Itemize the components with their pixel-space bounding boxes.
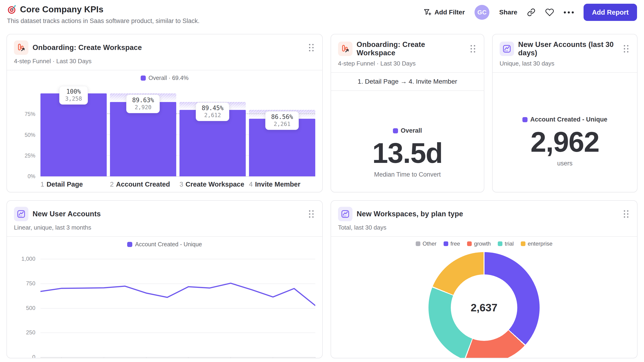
y-axis-tick: 500 [14,305,35,311]
legend-label: Other [423,241,436,247]
drag-handle-icon[interactable] [622,209,630,219]
copy-link-button[interactable] [527,8,536,16]
gridline [40,357,315,358]
funnel-step-labels: 1Detail Page2Account Created3Create Work… [40,181,315,188]
line-legend[interactable]: Account Created - Unique [14,241,315,248]
funnel-tooltip: 86.56%2,261 [265,111,299,130]
metric-legend[interactable]: Overall [393,127,422,134]
card-subtitle: 4-step Funnel · Last 30 Days [338,60,477,67]
legend-item-other[interactable]: Other [416,241,436,247]
legend-chip-overall [393,128,398,133]
legend-chip-account-created [127,242,132,247]
add-filter-button[interactable]: Add Filter [423,8,465,16]
x-axis-tick-mark [188,357,188,358]
ellipsis-icon [564,11,566,13]
divider [6,70,323,70]
dartboard-emoji-icon [7,5,17,14]
legend-chip [416,241,420,246]
add-filter-label: Add Filter [434,8,465,16]
funnel-bar: 100%3,258 [40,93,107,176]
x-axis-tick-mark [230,357,231,358]
avatar[interactable]: GC [474,5,490,20]
card-new-workspaces-by-plan: New Workspaces, by plan type Total, last… [330,200,638,358]
funnel-step-label: 4Invite Member [249,181,315,188]
funnel-legend[interactable]: Overall · 69.4% [14,75,315,81]
legend-chip [521,241,526,246]
legend-label: Overall [401,127,422,134]
funnel-bar-fill [40,93,107,176]
legend-chip [498,241,502,246]
drag-handle-icon[interactable] [469,44,477,54]
page-title: Core Company KPIs [20,5,104,14]
card-subtitle: Linear, unique, last 3 months [14,224,315,231]
funnel-bar: 86.56%2,261 [249,93,315,176]
new-users-caption: users [557,160,572,167]
funnel-step-range: 1. Detail Page → 4. Invite Member [330,73,484,91]
legend-chip-account-created [522,117,528,122]
card-new-user-accounts-total: New User Accounts (last 30 days) Unique,… [492,34,638,192]
funnel-tooltip: 89.63%2,920 [126,95,160,113]
y-axis-tick: 1,000 [14,256,35,262]
line-chart-report-icon [14,207,28,221]
legend-label: growth [474,241,491,247]
x-axis-tick-mark [146,357,146,358]
card-median-time-to-convert: Onboarding: Create Workspace 4-step Funn… [330,34,484,192]
funnel-tooltip: 89.45%2,612 [196,102,229,121]
median-time-caption: Median Time to Convert [374,171,441,178]
y-axis-tick: 0% [14,173,35,180]
funnel-step-label: 3Create Workspace [180,181,246,188]
donut-total: 2,637 [470,301,497,314]
more-options-button[interactable] [564,11,574,13]
funnel-bar: 89.63%2,920 [110,93,176,176]
funnel-report-icon [14,40,28,55]
card-title: New Workspaces, by plan type [357,210,618,218]
legend-label: enterprise [528,241,553,247]
legend-item-trial[interactable]: trial [498,241,514,247]
share-button[interactable]: Share [499,8,517,16]
card-title: New User Accounts (last 30 days) [518,40,618,57]
line-chart: 02505007501,000 [14,259,315,357]
x-axis-tick-mark [315,357,316,358]
y-axis-tick: 50% [14,132,35,138]
card-subtitle: Total, last 30 days [338,224,630,231]
median-time-value: 13.5d [372,138,442,169]
y-axis-tick: 75% [14,111,35,117]
drag-handle-icon[interactable] [308,209,315,219]
funnel-step-label: 2Account Created [110,181,176,188]
legend-chip [444,241,448,246]
y-axis-tick: 250 [14,329,35,336]
x-axis-tick-mark [104,357,104,358]
donut-legend: Otherfreegrowthtrialenterprise [331,241,637,247]
legend-label: free [450,241,460,247]
card-subtitle: Unique, last 30 days [500,60,630,67]
legend-item-enterprise[interactable]: enterprise [521,241,553,247]
funnel-chart: 0%25%50%75%100%3,25889.63%2,92089.45%2,6… [14,93,315,176]
y-axis-tick: 25% [14,152,35,159]
funnel-bars: 100%3,25889.63%2,92089.45%2,61286.56%2,2… [40,93,315,176]
card-onboarding-funnel: Onboarding: Create Workspace 4-step Funn… [6,34,323,192]
metric-legend[interactable]: Account Created - Unique [522,116,608,123]
x-axis-tick-mark [273,357,273,358]
drag-handle-icon[interactable] [622,44,630,54]
x-axis-tick-mark [62,357,62,358]
card-new-user-accounts-trend: New User Accounts Linear, unique, last 3… [6,200,323,358]
favorite-button[interactable] [545,8,554,17]
filter-plus-icon [423,8,432,16]
legend-item-free[interactable]: free [444,241,460,247]
add-report-button[interactable]: Add Report [584,4,637,21]
funnel-tooltip: 100%3,258 [59,86,88,105]
card-title: Onboarding: Create Workspace [32,43,304,52]
drag-handle-icon[interactable] [308,42,315,53]
legend-item-growth[interactable]: growth [467,241,491,247]
card-title: New User Accounts [32,210,304,218]
legend-chip-overall [141,75,146,81]
y-axis-tick: 0 [14,354,35,358]
y-axis-tick: 750 [14,280,35,287]
line-chart-report-icon [500,41,514,56]
card-subtitle: 4-step Funnel · Last 30 Days [14,58,315,65]
new-users-value: 2,962 [530,126,599,158]
legend-label: Account Created - Unique [135,241,202,248]
funnel-step-label: 1Detail Page [40,181,107,188]
heart-icon [545,8,554,17]
card-title: Onboarding: Create Workspace [357,40,465,57]
